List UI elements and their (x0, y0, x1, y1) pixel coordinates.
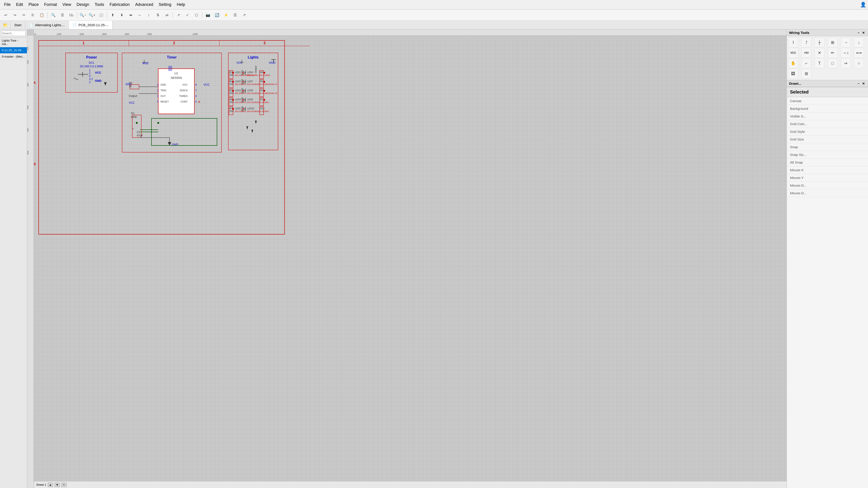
sidebar-item-2[interactable]: 0-master - (Mec... (0, 54, 27, 60)
menu-help[interactable]: Help (175, 1, 187, 8)
svg-text:R8: R8 (260, 71, 263, 74)
sidebar-item-1[interactable]: 0-11-25_15-28-... (0, 47, 27, 54)
sheet-label: Sheet 1 (36, 483, 46, 486)
toolbar-route[interactable]: ↗ (174, 11, 183, 20)
wt-rect[interactable]: □ (828, 58, 838, 68)
drawing-panel-close[interactable]: ✕ (861, 82, 866, 86)
svg-rect-58 (151, 119, 217, 145)
wt-pencil[interactable]: ✏ (828, 48, 838, 58)
menu-advanced[interactable]: Advanced (133, 1, 156, 8)
toolbar-power[interactable]: ⚡ (222, 11, 230, 20)
svg-text:LED2: LED2 (235, 80, 241, 83)
toolbar-zoom-in[interactable]: 🔍+ (88, 11, 96, 20)
wiring-tools-minimize[interactable]: − (857, 31, 860, 35)
wiring-tools-close[interactable]: ✕ (861, 31, 866, 35)
svg-point-139 (232, 72, 234, 74)
menu-fabrication[interactable]: Fabrication (107, 1, 132, 8)
wt-align[interactable]: ⟺ (854, 48, 864, 58)
menu-setting[interactable]: Setting (156, 1, 174, 8)
menu-bar: File Edit Place Format View Design Tools… (0, 0, 868, 9)
drawing-panel-header: Drawi... − ✕ (787, 80, 868, 87)
wt-corner[interactable]: ⌐ (801, 58, 811, 68)
svg-point-144 (264, 72, 265, 74)
drawing-panel-minimize[interactable]: − (857, 82, 860, 86)
wt-text[interactable]: T (814, 58, 825, 68)
menu-format[interactable]: Format (42, 1, 59, 8)
sheet-nav-down[interactable]: ▼ (55, 483, 60, 487)
toolbar-drc[interactable]: ✓ (183, 11, 192, 20)
svg-point-142 (232, 99, 234, 101)
wt-junction[interactable]: ┼ (814, 37, 825, 47)
wt-power[interactable]: ⊞ (828, 37, 838, 47)
wt-wire[interactable]: ⌇ (788, 37, 798, 47)
menu-design[interactable]: Design (74, 1, 92, 8)
drawing-panel: Drawi... − ✕ (787, 80, 868, 87)
toolbar-layers[interactable]: ☰ (231, 11, 239, 20)
wt-table[interactable]: ⊞ (801, 69, 811, 78)
sidebar-item-0[interactable]: Lights Tree - ma... (0, 37, 27, 47)
toolbar-zoom-fit[interactable]: ⬜ (97, 11, 105, 20)
sidebar-search-input[interactable] (1, 31, 26, 36)
wt-plus5v[interactable]: +5V (801, 48, 811, 58)
svg-text:VCC: VCC (95, 71, 101, 74)
selected-panel-title: Selected (787, 87, 868, 97)
canvas-area[interactable]: 0 100 200 300 400 500 1000 100 200 300 4… (27, 29, 786, 488)
toolbar-zoom-out[interactable]: 🔍− (79, 11, 87, 20)
wt-bus[interactable]: ⤴ (801, 37, 811, 47)
toolbar-undo[interactable]: ↩ (1, 11, 10, 20)
col-header-bar: 1 2 3 (38, 40, 310, 46)
toolbar-paste[interactable]: 📋 (37, 11, 46, 20)
selected-row-snapsize: Snap Siz... (787, 151, 868, 159)
user-icon[interactable]: 👤 (860, 2, 866, 8)
svg-point-140 (232, 81, 234, 83)
toolbar-sep1 (48, 12, 48, 18)
tab-pcb[interactable]: 📄 PCB_2020-11-25-... (69, 21, 112, 29)
sheet-add[interactable]: + (61, 483, 67, 487)
sheet-nav-up[interactable]: ▲ (48, 483, 53, 487)
toolbar-route2[interactable]: ⬡ (192, 11, 201, 20)
sidebar-toggle[interactable]: 📁 (0, 21, 11, 29)
toolbar-netlist[interactable]: ☰ (58, 11, 67, 20)
toolbar-search[interactable]: 🔍 (49, 11, 58, 20)
wt-image[interactable]: 🖼 (788, 69, 798, 78)
wt-arrow-diag[interactable]: ⇒ (841, 58, 851, 68)
wt-arrow-right[interactable]: → (841, 37, 851, 47)
wt-arrow-down[interactable]: ↓ (854, 37, 864, 47)
selected-row-gridstyle: Grid Style (787, 128, 868, 135)
toolbar-flip-v[interactable]: ⇄ (162, 11, 171, 20)
svg-text:6: 6 (195, 95, 197, 97)
row-label-a: A (34, 81, 36, 85)
wt-x-mark[interactable]: ✕ (814, 48, 825, 58)
toolbar-align-h[interactable]: ↔ (135, 11, 144, 20)
right-panels: Wiring Tools − ✕ ⌇ ⤴ ┼ ⊞ → ↓ VCC +5V ✕ ✏… (786, 29, 868, 488)
toolbar-update[interactable]: U₂ (67, 11, 76, 20)
wt-circle[interactable]: ○ (854, 58, 864, 68)
menu-view[interactable]: View (60, 1, 73, 8)
menu-file[interactable]: File (2, 1, 13, 8)
wt-vcc[interactable]: VCC (788, 48, 798, 58)
tab-alternating[interactable]: 📄 Alternating Lights.... (25, 21, 69, 29)
schematic-canvas[interactable]: A B 1 2 3 Power DC1 DC-005 5.5-2.0MM (34, 36, 786, 481)
toolbar-redo[interactable]: ↪ (10, 11, 19, 20)
svg-marker-150 (251, 130, 253, 133)
sidebar-item-2-label: 0-master - (Mec... (2, 55, 25, 58)
menu-edit[interactable]: Edit (14, 1, 25, 8)
wt-drag[interactable]: ✋ (788, 58, 798, 68)
toolbar-align-left[interactable]: ⬅ (126, 11, 135, 20)
svg-point-64 (136, 122, 138, 124)
tab-start[interactable]: Start (11, 21, 25, 29)
menu-place[interactable]: Place (26, 1, 41, 8)
toolbar-3d[interactable]: 🔄 (213, 11, 221, 20)
toolbar-align-v[interactable]: ↕ (145, 11, 153, 20)
toolbar-align-up[interactable]: ⬆ (108, 11, 117, 20)
toolbar-share[interactable]: ↗ (240, 11, 248, 20)
menu-tools[interactable]: Tools (92, 1, 106, 8)
toolbar-photo[interactable]: 📷 (204, 11, 212, 20)
svg-marker-14 (104, 82, 107, 86)
wt-size[interactable]: ↔↕ (841, 48, 851, 58)
toolbar-flip-h[interactable]: ⇅ (153, 11, 162, 20)
toolbar-cut[interactable]: ✂ (20, 11, 28, 20)
selected-label-gridcolor: Grid Colo... (790, 122, 819, 126)
toolbar-copy[interactable]: ⎘ (29, 11, 37, 20)
toolbar-align-down[interactable]: ⬇ (117, 11, 126, 20)
